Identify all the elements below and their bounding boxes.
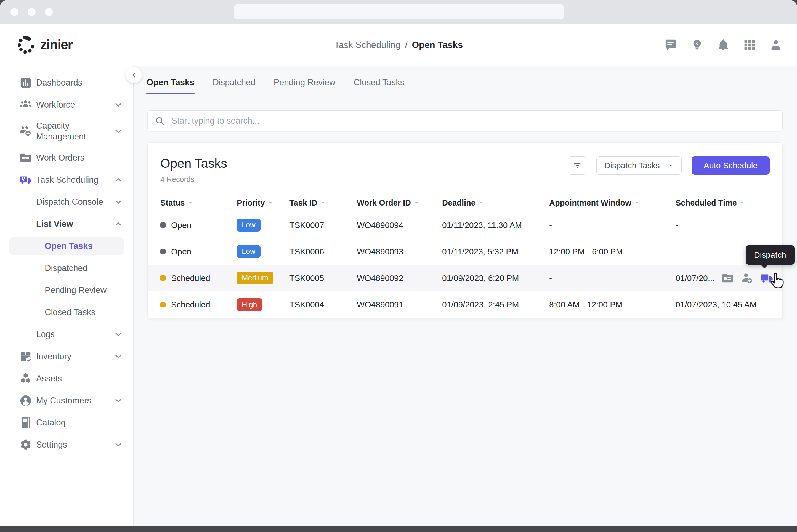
table-row[interactable]: Open Low TSK0006 WO4890093 01/11/2023, 5…: [148, 239, 782, 265]
profile-icon[interactable]: [770, 39, 782, 51]
breadcrumb-separator: /: [405, 40, 407, 50]
panel-title-block: Open Tasks 4 Records: [160, 156, 227, 184]
sidebar-item-dashboards[interactable]: Dashboards: [0, 72, 133, 94]
status-cell: Scheduled: [160, 273, 237, 283]
sidebar-item-inventory[interactable]: Inventory: [0, 345, 133, 367]
window-zoom-button[interactable]: [45, 8, 53, 16]
deadline-cell: 01/11/2023, 5:32 PM: [442, 247, 549, 256]
column-appointment-window[interactable]: Appointment Window: [549, 198, 676, 208]
search-bar[interactable]: [147, 110, 783, 131]
breadcrumb-current: Open Tasks: [412, 40, 463, 50]
column-status[interactable]: Status: [160, 198, 237, 208]
chevron-up-icon[interactable]: [113, 175, 124, 185]
search-input[interactable]: [171, 116, 775, 126]
window-minimize-button[interactable]: [27, 8, 36, 16]
zinier-dots-logo-icon: [17, 35, 36, 54]
sort-icon[interactable]: [414, 200, 419, 206]
scheduled-time-cell: 01/07/20...: [676, 271, 782, 285]
column-work-order-id[interactable]: Work Order ID: [357, 198, 442, 208]
sort-icon[interactable]: [740, 200, 745, 206]
panel-controls: Dispatch Tasks Auto Schedule: [568, 156, 770, 175]
priority-cell: Low: [237, 218, 289, 231]
chevron-left-icon: [130, 71, 138, 79]
tab-pending-review[interactable]: Pending Review: [273, 74, 336, 94]
work-orders-icon: [19, 151, 32, 164]
chevron-down-icon[interactable]: [113, 440, 124, 450]
notifications-icon[interactable]: [717, 39, 730, 51]
sort-icon[interactable]: [478, 200, 484, 206]
sort-icon[interactable]: [188, 200, 193, 206]
idea-icon[interactable]: [691, 39, 703, 51]
scheduled-time-cell: -: [676, 221, 782, 230]
sidebar-collapse-button[interactable]: [126, 67, 142, 83]
sidebar-item-open-tasks[interactable]: Open Tasks: [9, 237, 124, 255]
sidebar-item-workforce[interactable]: Workforce: [0, 94, 133, 116]
catalog-icon: [19, 416, 32, 429]
priority-badge: Low: [237, 245, 261, 258]
column-task-id[interactable]: Task ID: [289, 198, 357, 208]
assign-technician-icon[interactable]: [741, 272, 753, 284]
sidebar-item-my-customers[interactable]: My Customers: [0, 390, 133, 412]
sidebar-item-closed-tasks[interactable]: Closed Tasks: [0, 301, 133, 323]
priority-cell: Medium: [237, 271, 289, 284]
sidebar-item-dispatched[interactable]: Dispatched: [0, 257, 133, 279]
sidebar-item-assets[interactable]: Assets: [0, 367, 133, 390]
chevron-up-icon[interactable]: [113, 219, 124, 229]
status-cell: Open: [160, 221, 237, 230]
tab-closed-tasks[interactable]: Closed Tasks: [353, 74, 405, 94]
status-dot: [160, 249, 166, 254]
chevron-down-icon[interactable]: [113, 352, 124, 361]
scheduled-time-cell: 01/07/2023, 10:45 AM: [676, 300, 782, 309]
window-close-button[interactable]: [11, 8, 18, 16]
message-icon[interactable]: [665, 39, 677, 51]
status-cell: Open: [160, 247, 237, 256]
breadcrumb-parent[interactable]: Task Scheduling: [334, 40, 400, 50]
table-row[interactable]: Open Low TSK0007 WO4890094 01/11/2023, 1…: [148, 212, 782, 239]
filter-icon: [573, 161, 582, 170]
tab-open-tasks[interactable]: Open Tasks: [146, 74, 195, 94]
sort-icon[interactable]: [634, 200, 640, 206]
chevron-down-icon[interactable]: [113, 329, 124, 339]
work-order-icon[interactable]: [721, 272, 734, 284]
chevron-down-icon[interactable]: [113, 126, 124, 136]
search-icon: [155, 116, 165, 126]
priority-badge: High: [237, 298, 262, 311]
sidebar-item-pending-review[interactable]: Pending Review: [0, 279, 133, 301]
chevron-down-icon[interactable]: [113, 197, 124, 207]
sort-icon[interactable]: [268, 200, 273, 206]
app-logo[interactable]: zinier: [17, 35, 72, 54]
column-scheduled-time[interactable]: Scheduled Time: [676, 198, 782, 208]
dashboards-icon: [19, 76, 32, 89]
sort-icon[interactable]: [320, 200, 326, 206]
priority-cell: High: [237, 298, 289, 311]
browser-window: zinier Task Scheduling / Open Tasks Dash…: [0, 0, 797, 526]
tab-dispatched[interactable]: Dispatched: [212, 74, 256, 94]
chevron-down-icon[interactable]: [113, 396, 124, 406]
dispatch-tasks-dropdown[interactable]: Dispatch Tasks: [596, 156, 682, 175]
sidebar-item-catalog[interactable]: Catalog: [0, 412, 133, 434]
my-customers-icon: [19, 394, 32, 407]
column-deadline[interactable]: Deadline: [442, 198, 549, 208]
page-title: Open Tasks: [160, 156, 227, 171]
table-row-hovered[interactable]: Scheduled Medium TSK0005 WO4890092 01/09…: [148, 265, 782, 291]
filter-button[interactable]: [568, 156, 586, 175]
apps-grid-icon[interactable]: [743, 39, 756, 51]
sidebar-item-dispatch-console[interactable]: Dispatch Console: [0, 191, 133, 213]
chevron-down-icon[interactable]: [113, 100, 124, 110]
sidebar-item-settings[interactable]: Settings: [0, 434, 133, 456]
sidebar-item-capacity-management[interactable]: Capacity Management: [0, 116, 133, 147]
sidebar-item-list-view[interactable]: List View: [0, 213, 133, 235]
status-dot: [160, 223, 166, 228]
column-priority[interactable]: Priority: [237, 198, 289, 208]
sidebar-item-work-orders[interactable]: Work Orders: [0, 147, 133, 169]
sidebar: Dashboards Workforce Capacity Management…: [0, 66, 134, 526]
sidebar-item-task-scheduling[interactable]: Task Scheduling: [0, 169, 133, 191]
auto-schedule-button[interactable]: Auto Schedule: [691, 156, 770, 175]
sidebar-item-logs[interactable]: Logs: [0, 323, 133, 345]
table-row[interactable]: Scheduled High TSK0004 WO4890091 01/09/2…: [148, 291, 782, 318]
browser-chrome: [0, 0, 797, 24]
address-bar[interactable]: [234, 4, 564, 19]
deadline-cell: 01/11/2023, 11:30 AM: [442, 221, 549, 230]
panel-header: Open Tasks 4 Records Dispatch Tasks Auto…: [148, 142, 782, 194]
appointment-window-cell: 12:00 PM - 6:00 PM: [549, 247, 676, 256]
